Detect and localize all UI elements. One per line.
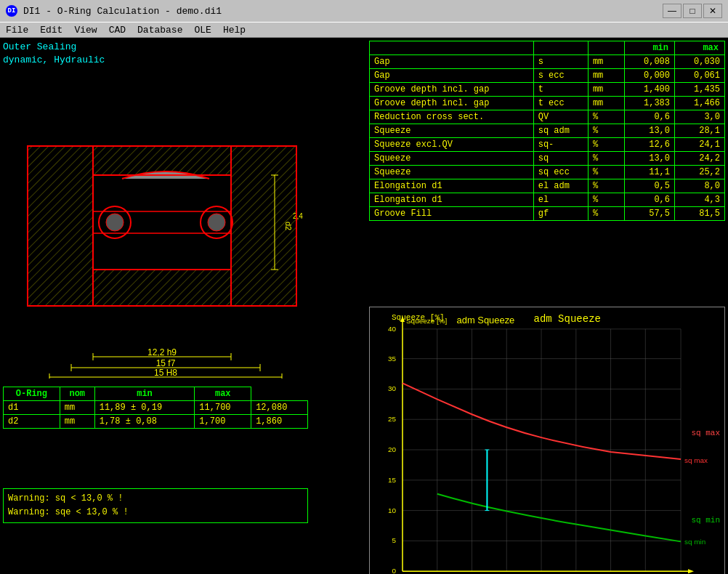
cell-9-4: 8,0 — [675, 179, 725, 193]
cell-0-1: s — [533, 55, 588, 69]
menu-database[interactable]: Database — [132, 23, 188, 37]
svg-point-10 — [208, 214, 225, 231]
svg-text:2,4: 2,4 — [293, 212, 303, 220]
menu-ole[interactable]: OLE — [188, 23, 217, 37]
table-row: Squeeze excl.QVsq-%12,624,1 — [370, 138, 725, 152]
col-header-min: min — [625, 41, 675, 55]
cell-d1-min: 11,700 — [195, 401, 251, 415]
svg-text:15 H8: 15 H8 — [154, 368, 177, 378]
cell-3-3: 1,383 — [625, 97, 675, 110]
svg-text:30: 30 — [388, 384, 397, 392]
data-table: min max Gapsmm0,0080,030Gaps eccmm0,0000… — [369, 41, 725, 221]
sealing-line2: dynamic, Hydraulic — [3, 54, 337, 67]
cell-7-2: % — [588, 152, 624, 166]
cell-1-3: 0,000 — [625, 69, 675, 83]
svg-rect-35 — [370, 307, 724, 574]
cell-4-3: 0,6 — [625, 110, 675, 124]
menu-help[interactable]: Help — [217, 23, 251, 37]
window-controls[interactable]: — □ ✕ — [663, 4, 722, 18]
col-header-max: max — [195, 387, 251, 401]
svg-text:35: 35 — [388, 355, 397, 363]
cell-11-1: gf — [533, 207, 588, 221]
menu-view[interactable]: View — [68, 23, 102, 37]
cell-8-4: 25,2 — [675, 166, 725, 179]
cell-10-1: el — [533, 193, 588, 207]
cell-8-0: Squeeze — [370, 166, 534, 179]
col-header-oring: O-Ring — [4, 387, 60, 401]
svg-text:0: 0 — [392, 567, 397, 574]
close-button[interactable]: ✕ — [703, 4, 722, 18]
col-header-unit — [588, 41, 624, 55]
cell-8-2: % — [588, 166, 624, 179]
cell-8-3: 11,1 — [625, 166, 675, 179]
cell-10-2: % — [588, 193, 624, 207]
minimize-button[interactable]: — — [663, 4, 682, 18]
cell-4-2: % — [588, 110, 624, 124]
cell-1-4: 0,061 — [675, 69, 725, 83]
cell-d2-max: 1,860 — [251, 415, 308, 429]
col-header-nom: nom — [60, 387, 94, 401]
svg-point-8 — [106, 214, 124, 231]
menubar: File Edit View CAD Database OLE Help — [0, 22, 728, 38]
menu-edit[interactable]: Edit — [34, 23, 68, 37]
maximize-button[interactable]: □ — [683, 4, 702, 18]
cell-4-1: QV — [533, 110, 588, 124]
app-icon: DI — [6, 5, 17, 17]
svg-rect-2 — [28, 146, 93, 306]
cell-d2-nom: 1,78 ± 0,08 — [94, 415, 195, 429]
svg-text:10: 10 — [388, 506, 397, 514]
cell-9-2: % — [588, 179, 624, 193]
cell-3-0: Groove depth incl. gap — [370, 97, 534, 110]
cell-10-4: 4,3 — [675, 193, 725, 207]
cell-5-3: 13,0 — [625, 124, 675, 138]
cell-11-4: 81,5 — [675, 207, 725, 221]
sq-max-label: sq max — [691, 429, 720, 437]
cell-6-0: Squeeze excl.QV — [370, 138, 534, 152]
cell-7-1: sq — [533, 152, 588, 166]
col-header-parameter — [370, 41, 534, 55]
menu-cad[interactable]: CAD — [103, 23, 132, 37]
col-header-max: max — [675, 41, 725, 55]
cell-9-3: 0,5 — [625, 179, 675, 193]
cell-1-0: Gap — [370, 69, 534, 83]
table-row: Groove depth incl. gaptmm1,4001,435 — [370, 83, 725, 97]
table-row: Elongation d1el%0,64,3 — [370, 193, 725, 207]
main-content: Outer Sealing dynamic, Hydraulic — [0, 38, 728, 574]
svg-text:adm Squeeze: adm Squeeze — [457, 315, 515, 326]
cell-d1-max: 12,080 — [251, 401, 308, 415]
cell-2-2: mm — [588, 83, 624, 97]
menu-file[interactable]: File — [0, 23, 34, 37]
cell-6-1: sq- — [533, 138, 588, 152]
cell-4-0: Reduction cross sect. — [370, 110, 534, 124]
cell-4-4: 3,0 — [675, 110, 725, 124]
cell-11-2: % — [588, 207, 624, 221]
col-header-symbol — [533, 41, 588, 55]
cell-5-0: Squeeze — [370, 124, 534, 138]
table-row: d2 mm 1,78 ± 0,08 1,700 1,860 — [4, 415, 308, 429]
cell-2-4: 1,435 — [675, 83, 725, 97]
oring-table-container: O-Ring nom min max d1 mm 11,89 ± 0,19 11… — [3, 387, 308, 429]
table-row: Squeezesq%13,024,2 — [370, 152, 725, 166]
cell-3-2: mm — [588, 97, 624, 110]
titlebar: DI DI1 - O-Ring Calculation - demo.di1 —… — [0, 0, 728, 22]
table-row: Squeezesq adm%13,028,1 — [370, 124, 725, 138]
cell-2-0: Groove depth incl. gap — [370, 83, 534, 97]
cell-3-1: t ecc — [533, 97, 588, 110]
col-header-min: min — [94, 387, 195, 401]
cell-11-0: Groove Fill — [370, 207, 534, 221]
warning-2: Warning: sqe < 13,0 % ! — [8, 506, 303, 520]
cell-d2-label: d2 — [4, 415, 60, 429]
cell-d2-unit: mm — [60, 415, 94, 429]
cell-2-1: t — [533, 83, 588, 97]
window-title: DI1 - O-Ring Calculation - demo.di1 — [23, 6, 222, 17]
table-row: d1 mm 11,89 ± 0,19 11,700 12,080 — [4, 401, 308, 415]
svg-text:12,2 h9: 12,2 h9 — [147, 347, 177, 357]
chart-container: Squeeze [%] adm Squeeze sq max sq min d2… — [369, 307, 725, 574]
cell-0-3: 0,008 — [625, 55, 675, 69]
cell-2-3: 1,400 — [625, 83, 675, 97]
table-row: Groove depth incl. gapt eccmm1,3831,466 — [370, 97, 725, 110]
cell-3-4: 1,466 — [675, 97, 725, 110]
svg-text:sq max: sq max — [684, 456, 708, 464]
right-panel: min max Gapsmm0,0080,030Gaps eccmm0,0000… — [369, 41, 725, 221]
cell-6-2: % — [588, 138, 624, 152]
